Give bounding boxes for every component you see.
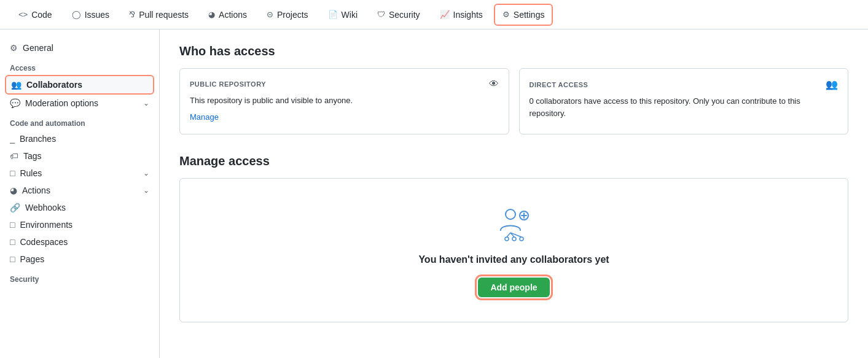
- tags-icon: 🏷: [10, 151, 18, 161]
- code-icon: <>: [18, 10, 28, 19]
- branches-icon: ⎯: [10, 134, 15, 144]
- sidebar-rules-label: Rules: [20, 168, 42, 178]
- sidebar-item-moderation[interactable]: 💬 Moderation options ⌄: [0, 95, 159, 112]
- public-repo-header: PUBLIC REPOSITORY 👁: [190, 79, 499, 90]
- layout: ⚙ General Access 👥 Collaborators 💬 Moder…: [0, 29, 868, 358]
- wiki-icon: 📄: [328, 10, 338, 19]
- who-has-access-title: Who has access: [179, 44, 848, 58]
- sidebar-item-general[interactable]: ⚙ General: [0, 39, 159, 56]
- rules-icon: □: [10, 168, 15, 178]
- sidebar-item-rules[interactable]: □ Rules ⌄: [0, 165, 159, 182]
- nav-code-label: Code: [31, 10, 52, 20]
- public-repo-text: This repository is public and visible to…: [190, 95, 499, 107]
- sidebar-pages-label: Pages: [20, 254, 44, 264]
- no-collaborators-text: You haven't invited any collaborators ye…: [195, 254, 833, 265]
- sidebar-general-label: General: [23, 43, 53, 53]
- sidebar-item-webhooks[interactable]: 🔗 Webhooks: [0, 199, 159, 216]
- codespaces-icon: □: [10, 237, 15, 247]
- sidebar-item-codespaces[interactable]: □ Codespaces: [0, 233, 159, 251]
- svg-line-7: [507, 233, 510, 237]
- nav-insights[interactable]: 📈 Insights: [431, 4, 491, 26]
- sidebar-item-pages[interactable]: □ Pages: [0, 251, 159, 268]
- svg-point-5: [512, 237, 516, 241]
- sidebar-actions-label: Actions: [22, 185, 50, 195]
- security-icon: 🛡: [377, 10, 385, 19]
- pages-icon: □: [10, 254, 15, 264]
- projects-icon: ⊝: [267, 10, 273, 19]
- access-cards: PUBLIC REPOSITORY 👁 This repository is p…: [179, 68, 848, 134]
- sidebar-access-section: Access: [0, 56, 159, 75]
- rules-left: □ Rules: [10, 168, 42, 178]
- sidebar-environments-label: Environments: [20, 220, 72, 230]
- direct-access-card: DIRECT ACCESS 👥 0 collaborators have acc…: [519, 68, 849, 134]
- manage-access-section: You haven't invited any collaborators ye…: [179, 178, 848, 322]
- sidebar-codespaces-label: Codespaces: [20, 237, 68, 247]
- nav-wiki-label: Wiki: [342, 10, 358, 20]
- nav-pull-requests[interactable]: ⅋ Pull requests: [120, 4, 197, 26]
- sidebar-tags-label: Tags: [23, 151, 42, 161]
- nav-projects-label: Projects: [277, 10, 308, 20]
- webhooks-icon: 🔗: [10, 203, 20, 212]
- rules-chevron-icon: ⌄: [143, 169, 149, 177]
- sidebar-security-section: Security: [0, 268, 159, 286]
- sidebar-actions-icon: ◕: [10, 185, 17, 195]
- general-icon: ⚙: [10, 43, 18, 53]
- nav-wiki[interactable]: 📄 Wiki: [319, 4, 366, 26]
- sidebar-item-collaborators[interactable]: 👥 Collaborators: [5, 75, 154, 95]
- moderation-chevron-icon: ⌄: [143, 99, 149, 107]
- insights-icon: 📈: [440, 10, 450, 19]
- collaborators-icon: 👥: [11, 80, 22, 90]
- moderation-left: 💬 Moderation options: [10, 98, 98, 108]
- nav-security-label: Security: [389, 10, 420, 20]
- sidebar-item-environments[interactable]: □ Environments: [0, 216, 159, 233]
- sidebar-moderation-label: Moderation options: [25, 98, 98, 108]
- nav-actions-label: Actions: [219, 10, 247, 20]
- nav-settings[interactable]: ⚙ Settings: [494, 4, 553, 26]
- eye-icon: 👁: [489, 79, 499, 90]
- direct-access-label: DIRECT ACCESS: [530, 81, 588, 88]
- main-content: Who has access PUBLIC REPOSITORY 👁 This …: [160, 29, 868, 358]
- sidebar-webhooks-label: Webhooks: [25, 203, 66, 212]
- actions-icon: ◕: [208, 10, 215, 19]
- nav-code[interactable]: <> Code: [10, 4, 61, 26]
- top-nav: <> Code ◯ Issues ⅋ Pull requests ◕ Actio…: [0, 0, 868, 29]
- svg-point-0: [506, 209, 515, 219]
- sidebar-branches-label: Branches: [20, 134, 56, 144]
- actions-left: ◕ Actions: [10, 185, 50, 195]
- public-repo-card: PUBLIC REPOSITORY 👁 This repository is p…: [179, 68, 509, 134]
- nav-issues-label: Issues: [85, 10, 109, 20]
- issues-icon: ◯: [72, 10, 81, 19]
- manage-access-title: Manage access: [179, 154, 848, 168]
- nav-insights-label: Insights: [453, 10, 483, 20]
- svg-point-6: [520, 237, 523, 241]
- sidebar-item-actions[interactable]: ◕ Actions ⌄: [0, 182, 159, 199]
- nav-settings-label: Settings: [514, 10, 545, 20]
- sidebar: ⚙ General Access 👥 Collaborators 💬 Moder…: [0, 29, 160, 358]
- nav-projects[interactable]: ⊝ Projects: [258, 4, 317, 26]
- person-add-icon: 👥: [826, 79, 838, 90]
- settings-icon: ⚙: [502, 10, 510, 19]
- pull-requests-icon: ⅋: [129, 10, 135, 19]
- collaborators-empty-icon: [195, 203, 833, 244]
- sidebar-item-tags[interactable]: 🏷 Tags: [0, 147, 159, 165]
- nav-pull-requests-label: Pull requests: [139, 10, 189, 20]
- sidebar-collaborators-label: Collaborators: [26, 80, 82, 90]
- environments-icon: □: [10, 220, 15, 230]
- manage-link[interactable]: Manage: [190, 112, 219, 122]
- actions-chevron-icon: ⌄: [143, 186, 149, 195]
- direct-access-text: 0 collaborators have access to this repo…: [530, 95, 839, 119]
- direct-access-header: DIRECT ACCESS 👥: [530, 79, 839, 90]
- nav-issues[interactable]: ◯ Issues: [63, 4, 118, 26]
- public-repo-label: PUBLIC REPOSITORY: [190, 80, 266, 88]
- sidebar-item-branches[interactable]: ⎯ Branches: [0, 130, 159, 147]
- add-people-button[interactable]: Add people: [478, 278, 549, 297]
- nav-security[interactable]: 🛡 Security: [369, 4, 429, 26]
- sidebar-code-automation-section: Code and automation: [0, 112, 159, 130]
- nav-actions[interactable]: ◕ Actions: [200, 4, 256, 26]
- moderation-icon: 💬: [10, 98, 20, 108]
- svg-point-4: [505, 237, 509, 241]
